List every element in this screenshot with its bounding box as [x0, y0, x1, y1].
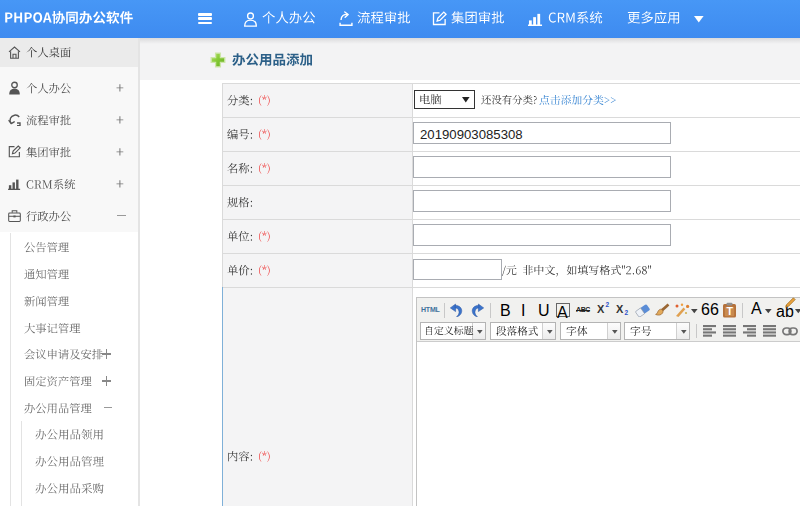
svg-text:T: T — [726, 305, 733, 317]
